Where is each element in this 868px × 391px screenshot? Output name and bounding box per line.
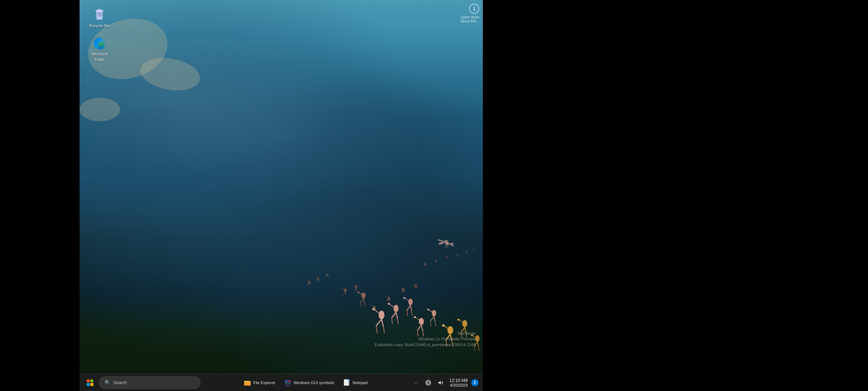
watermark: Test Mode Windows 11 Pro Insider Preview… bbox=[375, 331, 476, 348]
search-bar[interactable]: 🔍 Search bbox=[99, 377, 200, 389]
svg-line-24 bbox=[363, 298, 365, 303]
network-icon bbox=[425, 380, 431, 386]
microsoft-edge-icon[interactable]: Microsoft Edge bbox=[87, 35, 112, 62]
svg-point-118 bbox=[458, 319, 460, 321]
svg-rect-132 bbox=[90, 379, 93, 382]
clock-area[interactable]: 12:10 AM 4/20/2023 bbox=[448, 377, 469, 388]
svg-line-87 bbox=[445, 245, 446, 248]
svg-line-73 bbox=[421, 325, 423, 331]
taskbar-right: ︿ bbox=[411, 377, 478, 388]
clock-time: 12:10 AM bbox=[449, 378, 468, 383]
microsoft-edge-label: Microsoft Edge bbox=[87, 51, 112, 62]
svg-rect-131 bbox=[87, 379, 90, 382]
svg-line-17 bbox=[410, 305, 412, 311]
watermark-eval-copy: Evaluation copy. Build 23440.ni_prerelea… bbox=[375, 342, 476, 348]
svg-line-18 bbox=[412, 311, 412, 316]
search-label: Search bbox=[113, 380, 127, 385]
svg-point-33 bbox=[342, 288, 343, 289]
black-left-bar bbox=[0, 0, 80, 391]
taskbar-center: File Explorer Windows GUI symbolic bbox=[240, 376, 371, 390]
recycle-bin-label: Recycle Bin bbox=[89, 23, 110, 28]
svg-rect-127 bbox=[98, 9, 101, 10]
svg-line-36 bbox=[354, 291, 355, 293]
taskbar-file-explorer-button[interactable]: File Explorer bbox=[240, 376, 279, 390]
svg-rect-138 bbox=[285, 381, 288, 382]
svg-rect-134 bbox=[90, 383, 93, 386]
desktop-icons-area: Recycle Bin bbox=[87, 7, 112, 62]
svg-point-39 bbox=[353, 285, 354, 286]
svg-line-88 bbox=[447, 245, 448, 248]
volume-icon bbox=[438, 380, 443, 386]
notification-badge[interactable]: 2 bbox=[471, 379, 478, 386]
microsoft-edge-image bbox=[92, 35, 107, 50]
svg-rect-139 bbox=[288, 381, 290, 382]
svg-line-123 bbox=[478, 347, 479, 351]
svg-line-79 bbox=[430, 321, 431, 326]
svg-line-9 bbox=[392, 318, 392, 324]
svg-point-83 bbox=[427, 309, 429, 310]
svg-point-20 bbox=[403, 297, 405, 299]
svg-point-13 bbox=[388, 303, 390, 305]
svg-line-35 bbox=[354, 289, 356, 291]
svg-line-25 bbox=[365, 303, 365, 307]
svg-line-37 bbox=[356, 289, 357, 291]
notepad-icon bbox=[343, 379, 350, 386]
windows-gui-icon bbox=[284, 379, 292, 386]
start-button[interactable] bbox=[84, 377, 96, 389]
learn-more-icon: ℹ bbox=[469, 4, 479, 14]
svg-line-80 bbox=[434, 316, 435, 321]
svg-point-34 bbox=[355, 285, 358, 289]
windows-gui-label: Windows GUI symbolic bbox=[294, 381, 335, 385]
svg-point-76 bbox=[414, 316, 416, 318]
svg-line-122 bbox=[477, 342, 478, 347]
recycle-bin-image bbox=[92, 7, 107, 22]
svg-line-23 bbox=[360, 303, 361, 307]
desktop: Test Mode Windows 11 Pro Insider Preview… bbox=[80, 0, 483, 391]
svg-point-27 bbox=[357, 291, 359, 293]
svg-rect-140 bbox=[285, 383, 290, 384]
info-icon: ℹ bbox=[473, 6, 475, 12]
svg-point-84 bbox=[444, 239, 450, 246]
svg-line-3 bbox=[382, 319, 383, 327]
learn-more-line1: Learn more bbox=[460, 15, 479, 19]
black-right-bar bbox=[483, 0, 868, 391]
tray-network-button[interactable] bbox=[423, 378, 433, 388]
learn-more-widget[interactable]: ℹ Learn more about this... bbox=[460, 4, 479, 23]
search-icon: 🔍 bbox=[105, 380, 110, 385]
svg-line-31 bbox=[345, 292, 346, 295]
svg-point-111 bbox=[442, 324, 445, 327]
svg-point-85 bbox=[438, 241, 444, 245]
file-explorer-label: File Explorer bbox=[253, 381, 276, 385]
svg-line-15 bbox=[407, 305, 410, 310]
learn-more-line2: about this... bbox=[460, 19, 479, 23]
svg-line-71 bbox=[417, 325, 421, 331]
clock-date: 4/20/2023 bbox=[450, 383, 468, 387]
taskbar: 🔍 Search File Explorer bbox=[80, 374, 483, 391]
svg-line-22 bbox=[360, 298, 363, 303]
svg-line-8 bbox=[392, 312, 396, 318]
notepad-label: Notepad bbox=[353, 381, 368, 385]
taskbar-windows-gui-button[interactable]: Windows GUI symbolic bbox=[281, 376, 338, 390]
svg-line-81 bbox=[435, 321, 436, 326]
svg-line-1 bbox=[376, 319, 382, 326]
file-explorer-icon bbox=[244, 379, 251, 386]
svg-line-29 bbox=[343, 292, 345, 295]
taskbar-left: 🔍 Search bbox=[84, 377, 200, 389]
svg-line-16 bbox=[407, 310, 408, 316]
svg-line-30 bbox=[343, 295, 344, 297]
sand-patch-3 bbox=[80, 98, 120, 121]
taskbar-notepad-button[interactable]: Notepad bbox=[340, 376, 371, 390]
svg-line-11 bbox=[397, 319, 398, 324]
svg-line-78 bbox=[430, 316, 434, 321]
tray-chevron-button[interactable]: ︿ bbox=[411, 378, 421, 388]
watermark-test-mode: Test Mode bbox=[375, 331, 476, 336]
svg-rect-142 bbox=[286, 386, 290, 386]
watermark-build-info: Windows 11 Pro Insider Preview bbox=[375, 336, 476, 342]
svg-line-10 bbox=[396, 312, 397, 319]
svg-rect-133 bbox=[87, 383, 90, 386]
chevron-up-icon: ︿ bbox=[414, 380, 418, 385]
recycle-bin-icon[interactable]: Recycle Bin bbox=[87, 7, 112, 28]
svg-rect-141 bbox=[286, 385, 289, 386]
tray-volume-button[interactable] bbox=[435, 378, 446, 388]
windows-logo-icon bbox=[87, 379, 93, 386]
